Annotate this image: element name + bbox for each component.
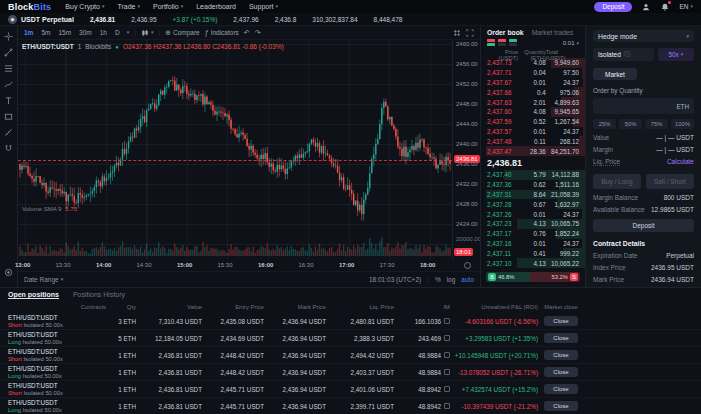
- bid-row[interactable]: 2,437.280.671,632.97: [481, 199, 585, 209]
- panel-deposit-button[interactable]: Deposit: [593, 219, 694, 232]
- language-selector[interactable]: EN▾: [679, 3, 693, 10]
- positions-tab[interactable]: Open positions: [8, 291, 59, 299]
- ask-row[interactable]: 2,437.590.521,267.54: [481, 117, 585, 127]
- ask-row[interactable]: 2,437.4728.3684,251.70: [481, 146, 585, 156]
- legend-symbol[interactable]: ETH/USDT:USDT: [22, 43, 74, 50]
- bid-row[interactable]: 2,437.360.621,511.16: [481, 180, 585, 190]
- bid-row[interactable]: 2,437.318.6421,058.39: [481, 190, 585, 200]
- fullscreen-icon[interactable]: [466, 29, 474, 37]
- trendline-icon[interactable]: [4, 48, 13, 57]
- hedge-mode-selector[interactable]: Hedge mode▾: [593, 30, 694, 42]
- mid-price[interactable]: 2,436.81: [481, 156, 585, 170]
- timeframe-button[interactable]: 30m: [77, 29, 94, 36]
- logo[interactable]: BlockBits: [8, 2, 51, 12]
- view-bids-icon[interactable]: [509, 39, 517, 47]
- position-row: ETH/USDT:USDT Short Isolated 50.00x 1 ET…: [0, 347, 701, 364]
- ask-row[interactable]: 2,437.604.089,945.65: [481, 107, 585, 117]
- chevron-down-icon: ▾: [151, 30, 154, 35]
- percent-button[interactable]: 100%: [671, 119, 694, 129]
- ask-row[interactable]: 2,437.570.0124.37: [481, 127, 585, 137]
- price-axis[interactable]: 2460.002456.002452.002448.002444.002440.…: [452, 40, 480, 260]
- redo-button[interactable]: ↷: [255, 29, 261, 37]
- chart-type-selector[interactable]: ▾: [141, 29, 154, 37]
- date-range-button[interactable]: Date Range▾: [24, 276, 63, 283]
- bid-row[interactable]: 2,437.405.7914,112.88: [481, 170, 585, 180]
- ask-row[interactable]: 2,437.710.0497.50: [481, 68, 585, 78]
- measure-icon[interactable]: [4, 128, 13, 137]
- timeline-settings-icon[interactable]: [464, 262, 471, 269]
- crosshair-icon[interactable]: [4, 32, 13, 41]
- time-axis[interactable]: 13:0013:3014:0014:3015:0015:3016:0016:30…: [18, 260, 480, 272]
- bid-row[interactable]: 2,437.260.0124.37: [481, 209, 585, 219]
- orderbook-tab[interactable]: Market trades: [532, 29, 574, 36]
- precision-selector[interactable]: 0.01▾: [563, 40, 579, 46]
- bid-row[interactable]: 2,437.110.41999.22: [481, 248, 585, 258]
- volume-label: Volume SMA 9: [22, 206, 61, 212]
- quantity-input[interactable]: [598, 103, 676, 110]
- bid-row[interactable]: 2,437.104.1310,065.22: [481, 258, 585, 268]
- pin-icon[interactable]: [4, 268, 13, 277]
- close-position-button[interactable]: Close: [544, 333, 578, 343]
- shapes-icon[interactable]: [4, 112, 13, 121]
- ask-row[interactable]: 2,437.670.0124.37: [481, 78, 585, 88]
- nav-item[interactable]: Leaderboard: [196, 3, 236, 10]
- volume-value: 5.75: [65, 206, 77, 212]
- auto-scale-button[interactable]: auto: [461, 276, 474, 283]
- nav-item[interactable]: Support▾: [249, 3, 278, 10]
- undo-button[interactable]: ↶: [244, 29, 250, 37]
- close-position-button[interactable]: Close: [544, 367, 578, 377]
- percent-button[interactable]: 75%: [645, 119, 668, 129]
- close-position-button[interactable]: Close: [544, 401, 578, 411]
- percent-scale-button[interactable]: %: [435, 276, 441, 283]
- order-by-label[interactable]: Order by Quantity: [593, 87, 694, 94]
- buy-long-button[interactable]: Buy / Long: [593, 174, 641, 189]
- deposit-button[interactable]: Deposit: [594, 2, 632, 12]
- timeframe-button[interactable]: 1m: [22, 29, 35, 36]
- chevron-down-icon[interactable]: ▾: [127, 30, 130, 35]
- close-position-button[interactable]: Close: [544, 384, 578, 394]
- compare-button[interactable]: ⊕Compare: [165, 29, 200, 37]
- percent-button[interactable]: 25%: [593, 119, 616, 129]
- value-row: Value— | — USDT: [593, 134, 694, 141]
- buy-ratio-segment: B 46.8%: [486, 272, 530, 282]
- ask-row[interactable]: 2,437.480.11268.12: [481, 136, 585, 146]
- sell-short-button[interactable]: Sell / Short: [646, 174, 694, 189]
- order-type-market-tab[interactable]: Market: [593, 68, 637, 80]
- text-tool-icon[interactable]: [4, 96, 13, 105]
- close-position-button[interactable]: Close: [544, 350, 578, 360]
- margin-mode-button[interactable]: Isolatedⓘ: [593, 48, 654, 61]
- bid-row[interactable]: 2,437.170.761,852.24: [481, 229, 585, 239]
- timeframe-button[interactable]: 5m: [39, 29, 52, 36]
- timeframe-button[interactable]: 15m: [56, 29, 73, 36]
- positions-rows: ETH/USDT:USDT Short Isolated 50.00x 3 ET…: [0, 313, 701, 414]
- user-icon[interactable]: [641, 2, 651, 12]
- leverage-button[interactable]: 50x▾: [658, 48, 694, 61]
- nav-item[interactable]: Buy Crypto▾: [65, 3, 104, 10]
- calculate-link[interactable]: Calculate: [667, 158, 694, 166]
- magnet-icon[interactable]: [4, 144, 13, 153]
- bid-row[interactable]: 2,437.160.0124.37: [481, 239, 585, 249]
- chart-plot-area[interactable]: ETH/USDT:USDT 1 Blockbits ● O2437.36 H24…: [18, 40, 452, 260]
- log-scale-button[interactable]: log: [447, 276, 456, 283]
- percent-button[interactable]: 50%: [619, 119, 642, 129]
- contract-selector[interactable]: USDT Perpetual: [21, 16, 74, 23]
- brush-icon[interactable]: [4, 80, 13, 89]
- timeframe-button[interactable]: 1h: [98, 29, 109, 36]
- ask-qty: 2.01: [518, 99, 546, 106]
- ask-row[interactable]: 2,437.660.4975.06: [481, 87, 585, 97]
- fib-retracement-icon[interactable]: [4, 64, 13, 73]
- nav-item[interactable]: Trade▾: [117, 3, 140, 10]
- ask-row[interactable]: 2,437.632.014,899.63: [481, 97, 585, 107]
- timeframe-button[interactable]: D: [113, 29, 122, 36]
- view-asks-icon[interactable]: [498, 39, 506, 47]
- notifications-bell-icon[interactable]: [660, 2, 670, 12]
- bid-row[interactable]: 2,437.234.1310,065.75: [481, 219, 585, 229]
- orderbook-tab[interactable]: Order book: [487, 29, 524, 36]
- indicators-button[interactable]: ƒIndicators: [205, 29, 239, 36]
- close-position-button[interactable]: Close: [544, 316, 578, 326]
- grid-layout-icon[interactable]: [453, 29, 461, 37]
- view-both-icon[interactable]: [487, 39, 495, 47]
- positions-tab[interactable]: Positions History: [73, 291, 125, 299]
- ask-row[interactable]: 2,437.734.089,949.60: [481, 58, 585, 68]
- nav-item[interactable]: Portfolio▾: [153, 3, 183, 10]
